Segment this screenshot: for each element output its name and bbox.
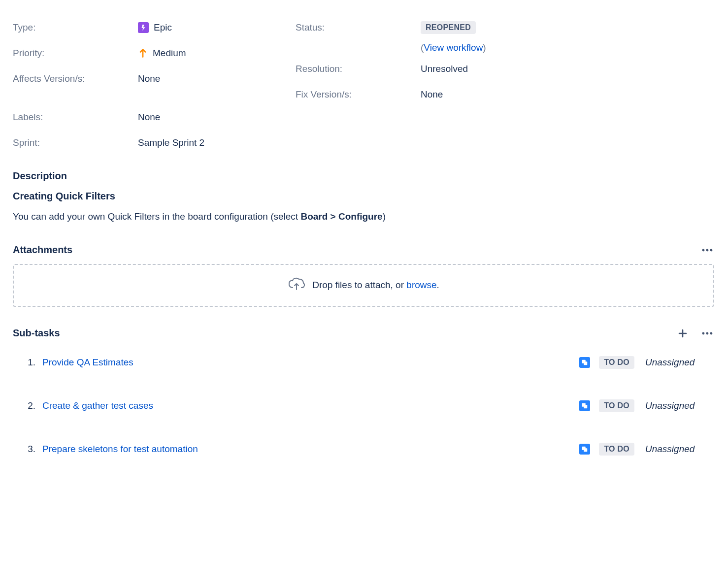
details-left-column: Type: Epic Priority: Medium Affects Vers…	[13, 15, 296, 156]
details-right-column: Status: REOPENED (View workflow) Resolut…	[296, 15, 714, 156]
field-type: Type: Epic	[13, 15, 296, 40]
epic-icon	[138, 22, 149, 33]
labels-label: Labels:	[13, 112, 138, 123]
description-body: Creating Quick Filters You can add your …	[13, 191, 714, 224]
browse-link[interactable]: browse	[406, 280, 436, 290]
subtask-status-badge: TO DO	[599, 356, 634, 369]
fixversion-label: Fix Version/s:	[296, 89, 421, 100]
priority-text: Medium	[153, 48, 186, 59]
subtasks-list: 1. Provide QA Estimates TO DO Unassigned…	[13, 350, 714, 461]
description-title: Creating Quick Filters	[13, 191, 714, 202]
description-text: You can add your own Quick Filters in th…	[13, 210, 714, 224]
description-heading: Description	[13, 170, 714, 182]
svg-rect-9	[584, 405, 587, 408]
status-label: Status:	[296, 22, 421, 33]
subtask-status-badge: TO DO	[599, 399, 634, 412]
field-resolution: Resolution: Unresolved	[296, 56, 714, 82]
dropzone-text-prefix: Drop files to attach, or	[312, 280, 406, 290]
description-text-after: )	[383, 211, 386, 222]
type-label: Type:	[13, 22, 138, 33]
affects-label: Affects Version/s:	[13, 73, 138, 84]
attachments-heading: Attachments	[13, 244, 72, 256]
field-priority: Priority: Medium	[13, 40, 296, 66]
dropzone-text: Drop files to attach, or browse.	[312, 280, 439, 291]
resolution-label: Resolution:	[296, 64, 421, 74]
labels-value: None	[138, 112, 160, 123]
description-section: Description Creating Quick Filters You c…	[13, 170, 714, 224]
subtask-status-badge: TO DO	[599, 443, 634, 456]
dropzone-text-period: .	[437, 280, 439, 290]
svg-point-4	[706, 332, 709, 334]
description-text-bold: Board > Configure	[300, 211, 382, 222]
subtask-link[interactable]: Provide QA Estimates	[42, 357, 579, 368]
type-text: Epic	[154, 22, 172, 33]
description-text-before: You can add your own Quick Filters in th…	[13, 211, 300, 222]
subtask-assignee: Unassigned	[645, 444, 714, 455]
subtask-row: 1. Provide QA Estimates TO DO Unassigned	[13, 350, 714, 375]
subtask-type-icon	[579, 357, 590, 368]
subtask-row: 3. Prepare skeletons for test automation…	[13, 437, 714, 461]
type-value: Epic	[138, 22, 172, 33]
field-status: Status: REOPENED	[296, 15, 714, 40]
attachments-dropzone[interactable]: Drop files to attach, or browse.	[13, 264, 714, 307]
priority-value: Medium	[138, 48, 186, 59]
view-workflow-link[interactable]: View workflow	[424, 42, 483, 53]
attachments-header: Attachments	[13, 243, 714, 257]
svg-point-5	[710, 332, 713, 334]
subtasks-more-icon[interactable]	[700, 327, 714, 340]
subtasks-header: Sub-tasks	[13, 327, 714, 340]
subtasks-actions	[676, 327, 714, 340]
svg-point-0	[702, 249, 705, 251]
subtask-assignee: Unassigned	[645, 357, 714, 368]
field-fix-version: Fix Version/s: None	[296, 82, 714, 107]
status-badge: REOPENED	[421, 21, 476, 34]
sprint-label: Sprint:	[13, 137, 138, 148]
svg-rect-7	[584, 361, 587, 365]
subtask-type-icon	[579, 400, 590, 411]
attachments-more-icon[interactable]	[700, 243, 714, 257]
svg-point-2	[710, 249, 713, 251]
priority-label: Priority:	[13, 48, 138, 59]
subtask-link[interactable]: Prepare skeletons for test automation	[42, 444, 579, 455]
add-subtask-icon[interactable]	[676, 327, 690, 340]
svg-point-3	[702, 332, 705, 334]
priority-medium-icon	[138, 48, 148, 58]
subtask-link[interactable]: Create & gather test cases	[42, 400, 579, 411]
subtask-assignee: Unassigned	[645, 400, 714, 411]
workflow-line: (View workflow)	[296, 42, 714, 53]
subtask-number: 3.	[13, 444, 35, 455]
attachments-actions	[700, 243, 714, 257]
affects-value: None	[138, 73, 160, 84]
field-labels: Labels: None	[13, 104, 296, 130]
upload-icon	[288, 277, 305, 294]
field-sprint: Sprint: Sample Sprint 2	[13, 130, 296, 156]
fixversion-value: None	[421, 89, 443, 100]
subtask-number: 1.	[13, 357, 35, 368]
svg-rect-11	[584, 448, 587, 452]
sprint-value: Sample Sprint 2	[138, 137, 204, 148]
issue-details: Type: Epic Priority: Medium Affects Vers…	[13, 15, 714, 156]
svg-point-1	[706, 249, 709, 251]
subtask-type-icon	[579, 444, 590, 455]
subtask-number: 2.	[13, 400, 35, 411]
status-value: REOPENED	[421, 21, 476, 34]
resolution-value: Unresolved	[421, 64, 468, 74]
subtasks-heading: Sub-tasks	[13, 327, 60, 339]
subtask-row: 2. Create & gather test cases TO DO Unas…	[13, 393, 714, 418]
field-affects-version: Affects Version/s: None	[13, 66, 296, 92]
